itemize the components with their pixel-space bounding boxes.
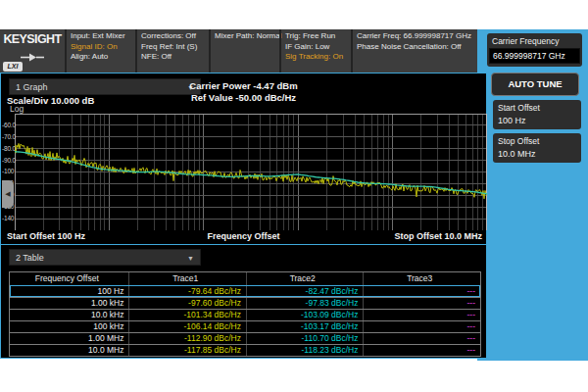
trace1-cell: -79.64 dBc/Hz (128, 286, 246, 297)
column-header-trace3: Trace3 (363, 272, 480, 285)
frequency-offset-cell: 1.00 kHz (10, 298, 128, 309)
start-offset-value: 100 Hz (493, 114, 581, 128)
status-line: IF Gain: Low (285, 42, 347, 53)
status-line: Align: Auto (71, 52, 131, 63)
phase-noise-plot-svg (15, 114, 487, 230)
header-bar: KEYSIGHT Input: Ext Mixer Signal ID: On … (0, 29, 477, 73)
table-header-row: Frequency Offset Trace1 Trace2 Trace3 (10, 272, 480, 285)
keysight-logo-text: KEYSIGHT (0, 32, 65, 46)
stop-offset-value: 10.0 MHz (493, 147, 581, 162)
status-section-input: Input: Ext Mixer Signal ID: On Align: Au… (65, 29, 135, 73)
results-table: Frequency Offset Trace1 Trace2 Trace3 10… (9, 271, 481, 357)
start-offset-label: Start Offset (493, 100, 581, 114)
frequency-offset-cell: 10.0 MHz (10, 345, 128, 356)
trace3-cell: --- (363, 298, 480, 309)
trace1-cell: -106.14 dBc/Hz (128, 321, 246, 332)
table-selector-label: 2 Table (16, 253, 44, 263)
status-section-corrections: Corrections: Off Freq Ref: Int (S) NFE: … (135, 29, 209, 73)
y-axis-label: -100 (2, 168, 16, 174)
auto-tune-button[interactable]: AUTO TUNE (491, 73, 579, 96)
trace2-cell: -82.47 dBc/Hz (246, 286, 364, 297)
y-axis-label: -60.0 (2, 122, 16, 128)
status-line: Mixer Path: Normal (215, 31, 275, 42)
table-row[interactable]: 1.00 kHz -97.60 dBc/Hz -97.83 dBc/Hz --- (10, 297, 480, 309)
column-header-frequency-offset: Frequency Offset (10, 272, 128, 285)
status-line: Carrier Freq: 66.999998717 GHz (357, 31, 473, 42)
frequency-offset-cell: 100 kHz (10, 321, 128, 332)
main-display: 1 Graph ▼ Carrier Power -4.47 dBm Ref Va… (0, 73, 487, 359)
trace1-cell: -112.90 dBc/Hz (128, 333, 246, 344)
log-axis-label: Log (10, 104, 24, 114)
table-row[interactable]: 10.0 kHz -101.34 dBc/Hz -103.09 dBc/Hz -… (10, 309, 480, 320)
trace3-cell: --- (363, 345, 480, 356)
status-line: Sig Tracking: On (285, 52, 347, 63)
status-line: Input: Ext Mixer (71, 31, 131, 42)
table-row[interactable]: 1.00 MHz -112.90 dBc/Hz -110.70 dBc/Hz -… (10, 332, 480, 344)
trace1-cell: -101.34 dBc/Hz (128, 310, 246, 320)
sidebar: Carrier Frequency 66.999998717 GHz AUTO … (477, 29, 588, 361)
table-row[interactable]: 100 kHz -106.14 dBc/Hz -103.17 dBc/Hz --… (10, 320, 480, 332)
column-header-trace1: Trace1 (128, 272, 246, 285)
table-selector-dropdown[interactable]: 2 Table ▼ (9, 249, 201, 266)
trace2-cell: -97.83 dBc/Hz (246, 298, 364, 309)
trace3-cell: --- (363, 321, 480, 332)
carrier-frequency-value[interactable]: 66.999998717 GHz (489, 48, 580, 64)
y-axis-label: -80.0 (2, 145, 16, 152)
trace3-cell: --- (363, 333, 480, 344)
y-axis-label: -140 (2, 215, 16, 221)
status-line: Signal ID: On (71, 42, 131, 53)
trace3-cell: --- (363, 310, 480, 320)
status-line: Trig: Free Run (285, 31, 347, 42)
carrier-frequency-panel: Carrier Frequency 66.999998717 GHz (487, 33, 582, 67)
trace2-cell: -103.09 dBc/Hz (246, 310, 364, 320)
stop-offset-axis-label: Stop Offset 10.0 MHz (394, 231, 482, 241)
column-header-trace2: Trace2 (246, 272, 364, 285)
lxi-badge: LXI (3, 62, 23, 72)
carrier-power-readout: Carrier Power -4.47 dBm (1, 80, 486, 91)
frequency-offset-cell: 1.00 MHz (10, 333, 128, 344)
table-window: 2 Table ▼ Frequency Offset Trace1 Trace2… (1, 244, 486, 359)
instrument-screen: KEYSIGHT Input: Ext Mixer Signal ID: On … (0, 0, 588, 392)
trace1-cell: -97.60 dBc/Hz (128, 298, 246, 309)
trace3-cell: --- (363, 286, 480, 297)
status-section-mixer-path: Mixer Path: Normal (209, 29, 279, 73)
status-line: NFE: Off (141, 52, 205, 63)
stop-offset-label: Stop Offset (493, 133, 581, 147)
left-scroll-tab[interactable]: ◀ (2, 180, 14, 208)
graph-window: 1 Graph ▼ Carrier Power -4.47 dBm Ref Va… (1, 74, 486, 244)
status-line: Phase Noise Cancellation: Off (357, 42, 473, 53)
frequency-offset-cell: 100 Hz (10, 286, 128, 297)
y-axis-label: -90.0 (2, 157, 16, 164)
scroll-left-icon: ◀ (5, 190, 10, 197)
carrier-frequency-label: Carrier Frequency (487, 33, 582, 47)
status-section-trigger: Trig: Free Run IF Gain: Low Sig Tracking… (279, 29, 351, 73)
chevron-down-icon: ▼ (187, 251, 194, 267)
status-line: Corrections: Off (141, 31, 205, 42)
table-row[interactable]: 10.0 MHz -117.85 dBc/Hz -118.23 dBc/Hz -… (10, 344, 480, 356)
trace2-cell: -103.17 dBc/Hz (246, 321, 364, 332)
frequency-offset-cell: 10.0 kHz (10, 310, 128, 320)
status-line: Freq Ref: Int (S) (141, 42, 205, 53)
y-axis-label: -70.0 (2, 133, 16, 140)
status-section-carrier: Carrier Freq: 66.999998717 GHz Phase Noi… (351, 29, 477, 73)
stop-offset-panel[interactable]: Stop Offset 10.0 MHz (493, 133, 581, 163)
trace1-cell: -117.85 dBc/Hz (128, 345, 246, 356)
table-row[interactable]: 100 Hz -79.64 dBc/Hz -82.47 dBc/Hz --- (10, 285, 480, 297)
trace2-cell: -110.70 dBc/Hz (246, 333, 364, 344)
trace2-cell: -118.23 dBc/Hz (246, 345, 364, 356)
start-offset-panel[interactable]: Start Offset 100 Hz (493, 100, 581, 129)
